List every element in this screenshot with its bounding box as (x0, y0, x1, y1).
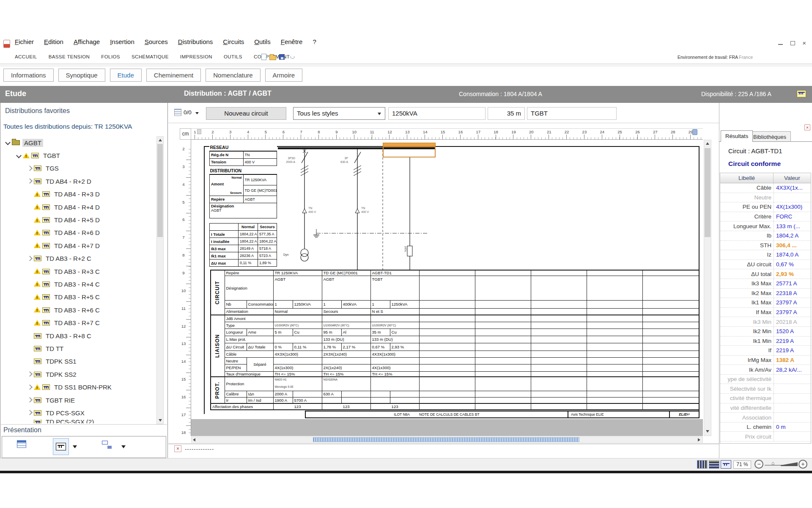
schematic-document[interactable]: 3P3D 2000 A 3P 630 A TN 400 V TN 400 V D… (191, 140, 703, 436)
tab-bibliotheques[interactable]: Bibliothèques (749, 131, 791, 142)
tree-item-label[interactable]: TD AB3 - R+4 C (52, 280, 102, 288)
result-row[interactable]: ype de sélectivité (720, 375, 811, 384)
scroll-down-icon[interactable] (706, 430, 709, 433)
tree-item[interactable]: TD TT (1, 342, 156, 355)
tree-item[interactable]: !TD AB3 - R+3 C (1, 265, 156, 278)
scroll-down-icon[interactable] (159, 419, 162, 422)
tree-item-label[interactable]: TD SS1 BORN-PRK (52, 383, 113, 391)
result-row[interactable]: Association (720, 413, 811, 422)
tree-item-label[interactable]: TDPK SS2 (44, 370, 78, 378)
tree-item[interactable]: !TD AB4 - R+3 D (1, 188, 156, 201)
scroll-right-icon[interactable] (698, 438, 700, 442)
expander-closed-icon[interactable] (26, 398, 34, 402)
schema-view-icon[interactable] (102, 440, 112, 450)
tree-item[interactable]: TD PCS-SGX (1, 406, 156, 419)
selected-column-highlight[interactable] (383, 143, 436, 146)
tree-item[interactable]: !TD AB3 - R+5 C (1, 291, 156, 304)
result-row[interactable]: If2219 A (720, 346, 811, 356)
expander-closed-icon[interactable] (26, 257, 34, 261)
result-row[interactable]: Ik1 Max23797 A (720, 298, 811, 308)
tree-item-label[interactable]: TD AB3 - R+2 C (44, 254, 93, 262)
tree-item-label[interactable]: TGS (44, 164, 60, 172)
tree-item[interactable]: !TD AB3 - R+7 C (1, 316, 156, 329)
expander-open-icon[interactable] (15, 154, 23, 158)
result-row[interactable]: Ik2 Min1520 A (720, 327, 811, 337)
result-row[interactable]: Ik2 Max22318 A (720, 289, 811, 298)
ruler-marker-blue[interactable] (692, 129, 697, 135)
tree-item-label[interactable]: TD AB3 - R+7 C (52, 319, 102, 327)
ruler-marker[interactable] (197, 129, 201, 134)
scroll-up-icon[interactable] (706, 142, 709, 145)
new-circuit-button[interactable]: Nouveau circuit (206, 107, 286, 120)
scroll-left-icon[interactable] (193, 438, 195, 442)
tree-item[interactable]: TD AB3 - R+8 C (1, 329, 156, 342)
menu-edition[interactable]: Edition (44, 38, 63, 45)
ribbon-tab-basse-tension[interactable]: BASSE TENSION (49, 54, 90, 59)
result-row[interactable]: IrMg Max1382 A (720, 356, 811, 365)
menu-aide[interactable]: ? (313, 38, 316, 45)
tree-item[interactable]: !TD AB3 - R+4 C (1, 278, 156, 290)
ribbon-tab-impression[interactable]: IMPRESSION (180, 54, 212, 59)
tree-item-label[interactable]: TD AB4 - R+4 D (52, 203, 102, 211)
ribbon-tab-outils[interactable]: OUTILS (224, 54, 242, 59)
ribbon-tab-folios[interactable]: FOLIOS (101, 54, 120, 59)
close-icon[interactable]: × (802, 41, 806, 46)
favorites-title[interactable]: Distributions favorites (5, 107, 70, 115)
tree-item[interactable]: !TD SS1 BORN-PRK (1, 381, 156, 393)
result-row[interactable]: Ik1 Min2219 A (720, 337, 811, 346)
counter-icon[interactable] (174, 109, 181, 116)
result-row[interactable]: Longueur Max.133 m (... (720, 221, 811, 231)
result-row[interactable]: If Max23797 A (720, 308, 811, 318)
result-row[interactable]: ΔU total2,93 % (720, 269, 811, 279)
tree-item-label[interactable]: TD AB4 - R+2 D (44, 177, 93, 185)
power-field[interactable]: 1250kVA (388, 107, 486, 120)
canvas-hscrollbar-thumb[interactable] (313, 437, 579, 442)
result-row[interactable]: ΔU circuit0,67 % (720, 260, 811, 270)
menu-circuits[interactable]: Circuits (223, 38, 244, 45)
result-row[interactable]: Ik3 Min20218 A (720, 317, 811, 327)
view-mode-3-icon[interactable] (721, 460, 731, 469)
tree-item-label[interactable]: AGBT (22, 139, 43, 147)
ribbon-tab-accueil[interactable]: ACCUEIL (15, 54, 37, 59)
tree-item-label[interactable]: TD AB3 - R+6 C (52, 306, 102, 314)
canvas-vscrollbar-thumb[interactable] (705, 148, 710, 237)
result-row[interactable]: Ib1804,2 A (720, 231, 811, 241)
length-field[interactable]: 35 m (488, 107, 525, 120)
tree-item-label[interactable]: TGBT (41, 152, 62, 160)
tree-item-label[interactable]: TD AB3 - R+8 C (44, 332, 93, 340)
zoom-home-icon[interactable]: ⌂ (771, 460, 774, 466)
tab-informations[interactable]: Informations (3, 69, 54, 82)
styles-select[interactable]: Tous les styles (293, 107, 385, 120)
presentation-title[interactable]: Présentation (3, 426, 41, 434)
ribbon-tab-schematique[interactable]: SCHÉMATIQUE (132, 54, 169, 59)
tree-item[interactable]: AGBT (1, 136, 156, 149)
tree-item-label[interactable]: TD AB3 - R+5 C (52, 293, 102, 301)
tab-synoptique[interactable]: Synoptique (58, 69, 105, 82)
zoom-in-button[interactable]: + (798, 460, 807, 469)
expander-closed-icon[interactable] (26, 385, 34, 389)
tree-item-label[interactable]: TD PCS-SGX (44, 409, 86, 417)
tree-item[interactable]: !TD AB4 - R+7 D (1, 239, 156, 252)
expander-closed-icon[interactable] (26, 166, 34, 171)
tree-item-label[interactable]: TGBT RIE (44, 396, 77, 404)
result-row[interactable]: Prix circuit (720, 432, 811, 442)
menu-outils[interactable]: Outils (254, 38, 270, 45)
expander-closed-icon[interactable] (26, 372, 34, 376)
tree-item-label[interactable]: TD AB4 - R+6 D (52, 229, 102, 237)
selected-column-outline[interactable] (383, 146, 436, 157)
expander-closed-icon[interactable] (26, 411, 34, 415)
result-row[interactable]: PE ou PEN4X(1x300) (720, 202, 811, 212)
tree-item-label[interactable]: TD PCS-SGX (2) (44, 420, 96, 423)
tree-item-label[interactable]: TDPK SS1 (44, 357, 78, 365)
result-row[interactable]: L. chemin0 m (720, 422, 811, 432)
tree-item-label[interactable]: TD AB4 - R+3 D (52, 190, 102, 198)
result-row[interactable]: vité différentielle (720, 403, 811, 413)
menu-distributions[interactable]: Distributions (178, 38, 213, 45)
undo-icon[interactable] (290, 55, 295, 59)
result-row[interactable]: Neutre (720, 193, 811, 203)
tree-item[interactable]: TD AB3 - R+2 C (1, 252, 156, 265)
dropdown-caret-icon[interactable] (378, 113, 381, 115)
new-file-icon[interactable] (261, 54, 266, 60)
table-view-icon[interactable] (17, 440, 26, 448)
tree-item[interactable]: TDPK SS2 (1, 368, 156, 381)
